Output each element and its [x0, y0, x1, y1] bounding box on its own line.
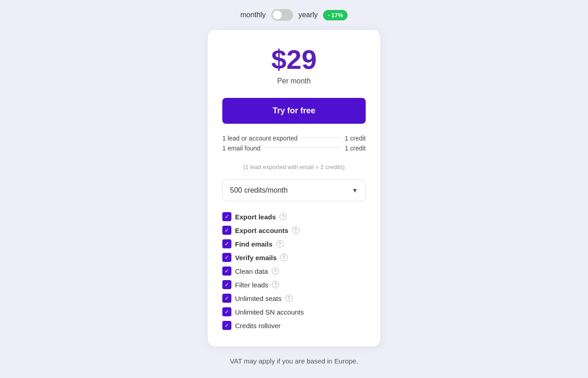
monthly-label: monthly [240, 11, 266, 19]
pricing-card: $29 Per month Try for free 1 lead or acc… [208, 30, 380, 346]
credit-row-email-label: 1 email found [222, 145, 260, 152]
check-icon: ✓ [222, 267, 231, 276]
credit-row-email: 1 email found 1 credit [222, 145, 366, 152]
help-icon[interactable]: ? [280, 254, 288, 261]
credits-dropdown-label: 500 credits/month [230, 186, 288, 194]
try-for-free-button[interactable]: Try for free [222, 98, 366, 124]
credit-row-leads: 1 lead or account exported 1 credit [222, 135, 366, 142]
help-icon[interactable]: ? [276, 240, 284, 247]
feature-item: ✓Filter leads? [222, 280, 366, 289]
feature-label: Export accounts [235, 227, 289, 234]
feature-item: ✓Verify emails? [222, 253, 366, 262]
feature-label: Export leads [235, 213, 276, 221]
feature-item: ✓Find emails? [222, 239, 366, 248]
feature-label: Credits rollover [235, 322, 281, 330]
help-icon[interactable]: ? [272, 281, 279, 288]
check-icon: ✓ [222, 212, 231, 221]
credit-note: (1 lead exported with email = 2 credits) [243, 164, 345, 170]
feature-label: Clean data [235, 267, 268, 275]
feature-label: Unlimited SN accounts [235, 308, 304, 316]
check-icon: ✓ [222, 253, 231, 262]
check-icon: ✓ [222, 239, 231, 248]
help-icon[interactable]: ? [279, 213, 287, 220]
vat-note: VAT may apply if you are based in Europe… [230, 357, 358, 365]
chevron-down-icon: ▼ [352, 187, 358, 194]
dots-1 [301, 137, 341, 138]
credit-info: 1 lead or account exported 1 credit 1 em… [222, 135, 366, 155]
features-list: ✓Export leads?✓Export accounts?✓Find ema… [222, 212, 366, 330]
billing-toggle-switch[interactable] [271, 9, 293, 21]
check-icon: ✓ [222, 307, 231, 316]
feature-label: Verify emails [235, 254, 277, 262]
check-icon: ✓ [222, 294, 231, 303]
feature-item: ✓Credits rollover [222, 321, 366, 330]
feature-item: ✓Unlimited seats? [222, 294, 366, 303]
check-icon: ✓ [222, 280, 231, 289]
credits-dropdown[interactable]: 500 credits/month ▼ [222, 179, 366, 201]
help-icon[interactable]: ? [285, 295, 293, 302]
price-period: Per month [277, 77, 311, 85]
feature-label: Find emails [235, 240, 273, 248]
help-icon[interactable]: ? [272, 267, 279, 275]
yearly-label: yearly [299, 11, 318, 19]
toggle-knob [273, 10, 282, 19]
billing-toggle: monthly yearly - 17% [240, 9, 348, 21]
feature-item: ✓Unlimited SN accounts [222, 307, 366, 316]
price-amount: $29 [271, 46, 317, 73]
check-icon: ✓ [222, 226, 231, 235]
credit-row-leads-value: 1 credit [345, 135, 366, 142]
feature-item: ✓Export accounts? [222, 226, 366, 235]
feature-item: ✓Export leads? [222, 212, 366, 221]
dots-2 [264, 147, 341, 148]
credit-row-email-value: 1 credit [345, 145, 366, 152]
discount-badge: - 17% [323, 10, 348, 20]
credit-row-leads-label: 1 lead or account exported [222, 135, 298, 142]
feature-label: Unlimited seats [235, 295, 282, 302]
feature-item: ✓Clean data? [222, 267, 366, 276]
feature-label: Filter leads [235, 281, 268, 289]
check-icon: ✓ [222, 321, 231, 330]
help-icon[interactable]: ? [292, 227, 299, 234]
